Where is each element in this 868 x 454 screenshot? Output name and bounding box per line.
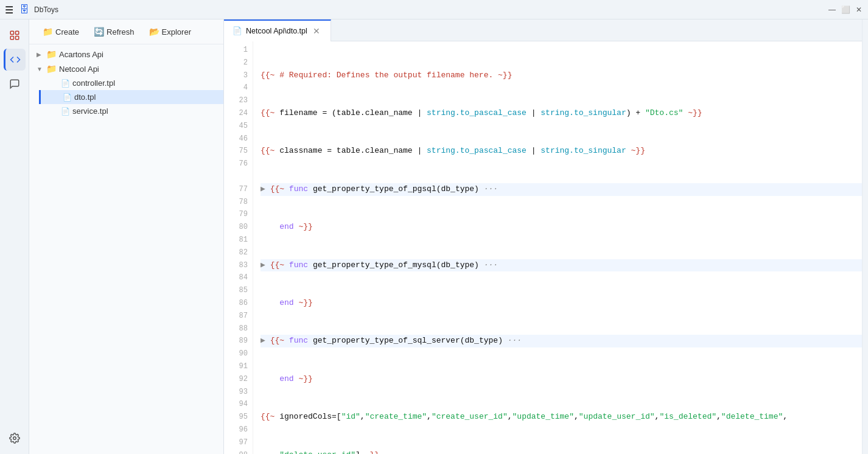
refresh-icon: 🔄 xyxy=(94,27,104,37)
svg-rect-2 xyxy=(10,37,13,40)
close-button[interactable]: ✕ xyxy=(855,5,863,14)
code-line-76b: "delete_user_id"] ~}} xyxy=(261,449,862,455)
file-icon-dto: 📄 xyxy=(63,93,72,102)
files-icon-button[interactable] xyxy=(4,24,26,46)
scrollbar-right[interactable] xyxy=(862,19,868,454)
sidebar-item-dto-tpl[interactable]: 📄 dto.tpl xyxy=(39,90,223,104)
code-line-23: end ~}} xyxy=(261,221,862,234)
line-numbers: 1 2 3 4 23 24 45 46 75 76 77 78 79 80 81… xyxy=(224,41,253,454)
code-editor[interactable]: 1 2 3 4 23 24 45 46 75 76 77 78 79 80 81… xyxy=(224,41,862,454)
code-line-4: ▶ {{~ func get_property_type_of_pgsql(db… xyxy=(261,183,862,196)
code-line-24: ▶ {{~ func get_property_type_of_mysql(db… xyxy=(261,259,862,272)
titlebar: ☰ 🗄 DbToys — ⬜ ✕ xyxy=(0,0,868,19)
svg-rect-1 xyxy=(15,31,18,34)
code-line-76: {{~ ignoredCols=["id","create_time","cre… xyxy=(261,411,862,424)
folder-icon-netcool: 📁 xyxy=(46,64,57,74)
chevron-right-icon: ▶ xyxy=(37,51,44,58)
hamburger-icon[interactable]: ☰ xyxy=(5,4,16,15)
sidebar-item-service-tpl[interactable]: 📄 service.tpl xyxy=(39,104,223,118)
editor-tabs: 📄 Netcool Api\dto.tpl ✕ xyxy=(224,19,862,41)
restore-button[interactable]: ⬜ xyxy=(841,5,850,14)
controller-tpl-label: controller.tpl xyxy=(72,79,115,88)
svg-point-4 xyxy=(13,437,16,440)
sidebar-item-controller-tpl[interactable]: 📄 controller.tpl xyxy=(39,76,223,90)
tab-file-icon: 📄 xyxy=(233,26,242,35)
settings-icon-button[interactable] xyxy=(4,427,26,449)
code-line-45: end ~}} xyxy=(261,297,862,310)
code-content[interactable]: {{~ # Required: Defines the output filen… xyxy=(253,41,862,454)
tab-close-button[interactable]: ✕ xyxy=(311,26,322,36)
sidebar-item-netcool-api[interactable]: ▼ 📁 Netcool Api xyxy=(29,61,223,76)
window-controls: — ⬜ ✕ xyxy=(828,5,863,14)
explorer-button[interactable]: 📂 Explorer xyxy=(143,24,197,39)
code-icon-button[interactable] xyxy=(4,49,26,71)
app-logo-icon: 🗄 xyxy=(19,4,30,15)
svg-rect-3 xyxy=(15,37,18,40)
editor-area: 📄 Netcool Api\dto.tpl ✕ 1 2 3 4 23 24 45… xyxy=(224,19,862,454)
sidebar-toolbar: 📁 Create 🔄 Refresh 📂 Explorer xyxy=(29,19,223,44)
service-tpl-label: service.tpl xyxy=(72,107,108,116)
tab-dto-tpl[interactable]: 📄 Netcool Api\dto.tpl ✕ xyxy=(224,19,331,41)
sidebar: 📁 Create 🔄 Refresh 📂 Explorer ▶ 📁 Acarto… xyxy=(29,19,224,454)
icon-bar xyxy=(0,19,29,454)
create-button[interactable]: 📁 Create xyxy=(37,24,85,39)
chevron-down-icon: ▼ xyxy=(37,66,44,72)
netcool-api-children: 📄 controller.tpl 📄 dto.tpl 📄 service.tpl xyxy=(29,76,223,118)
netcool-api-label: Netcool Api xyxy=(59,65,99,74)
file-icon-controller: 📄 xyxy=(61,79,70,88)
explorer-icon: 📂 xyxy=(149,27,159,37)
file-icon-service: 📄 xyxy=(61,107,70,116)
sidebar-tree: ▶ 📁 Acartons Api ▼ 📁 Netcool Api 📄 contr… xyxy=(29,44,223,454)
minimize-button[interactable]: — xyxy=(828,5,836,14)
code-line-75: end ~}} xyxy=(261,373,862,386)
code-line-3: {{~ classname = table.clean_name | strin… xyxy=(261,145,862,158)
svg-rect-0 xyxy=(10,31,13,34)
refresh-button[interactable]: 🔄 Refresh xyxy=(88,24,141,39)
app-title: DbToys xyxy=(34,5,863,14)
code-line-46: ▶ {{~ func get_property_type_of_sql_serv… xyxy=(261,335,862,347)
folder-icon: 📁 xyxy=(46,49,57,59)
tab-label: Netcool Api\dto.tpl xyxy=(246,27,307,35)
create-icon: 📁 xyxy=(43,27,53,37)
dto-tpl-label: dto.tpl xyxy=(74,93,96,102)
code-line-1: {{~ # Required: Defines the output filen… xyxy=(261,69,862,82)
code-line-2: {{~ filename = (table.clean_name | strin… xyxy=(261,107,862,120)
chat-icon-button[interactable] xyxy=(4,73,26,95)
main-layout: 📁 Create 🔄 Refresh 📂 Explorer ▶ 📁 Acarto… xyxy=(0,19,868,454)
sidebar-item-acartons-api[interactable]: ▶ 📁 Acartons Api xyxy=(29,47,223,61)
acartons-api-label: Acartons Api xyxy=(59,50,103,59)
